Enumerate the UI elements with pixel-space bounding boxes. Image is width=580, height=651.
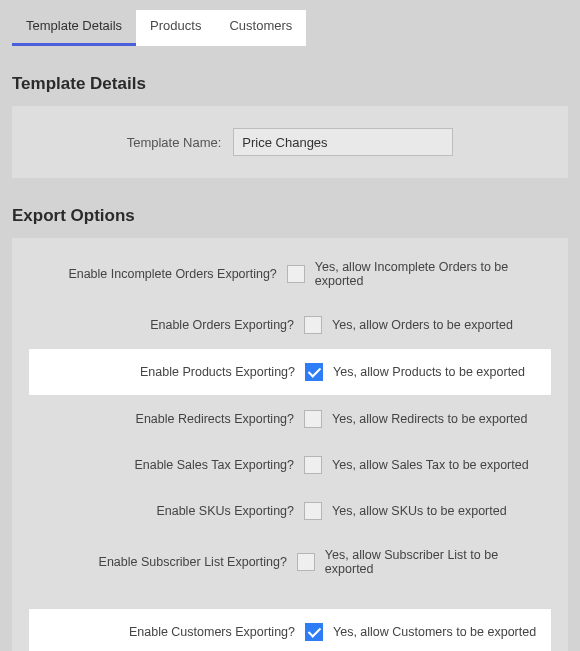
option-customers: Enable Customers Exporting? Yes, allow C… [28, 608, 552, 651]
option-label: Enable Sales Tax Exporting? [36, 458, 294, 472]
template-name-label: Template Name: [127, 135, 222, 150]
checkbox-skus[interactable] [304, 502, 322, 520]
checkbox-sales-tax[interactable] [304, 456, 322, 474]
option-text: Yes, allow Orders to be exported [332, 318, 513, 332]
option-skus: Enable SKUs Exporting? Yes, allow SKUs t… [28, 488, 552, 534]
option-orders: Enable Orders Exporting? Yes, allow Orde… [28, 302, 552, 348]
tab-customers[interactable]: Customers [215, 10, 306, 46]
option-text: Yes, allow Incomplete Orders to be expor… [315, 260, 544, 288]
export-options-panel: Enable Incomplete Orders Exporting? Yes,… [12, 238, 568, 651]
option-incomplete-orders: Enable Incomplete Orders Exporting? Yes,… [28, 246, 552, 302]
option-subscriber-list: Enable Subscriber List Exporting? Yes, a… [28, 534, 552, 590]
option-label: Enable SKUs Exporting? [36, 504, 294, 518]
template-details-heading: Template Details [12, 74, 568, 94]
checkbox-redirects[interactable] [304, 410, 322, 428]
template-name-row: Template Name: [28, 128, 552, 156]
option-label: Enable Redirects Exporting? [36, 412, 294, 426]
template-details-panel: Template Name: [12, 106, 568, 178]
option-text: Yes, allow Redirects to be exported [332, 412, 527, 426]
option-text: Yes, allow Sales Tax to be exported [332, 458, 529, 472]
template-name-input[interactable] [233, 128, 453, 156]
option-label: Enable Subscriber List Exporting? [36, 555, 287, 569]
checkbox-customers[interactable] [305, 623, 323, 641]
option-redirects: Enable Redirects Exporting? Yes, allow R… [28, 396, 552, 442]
option-text: Yes, allow Subscriber List to be exporte… [325, 548, 544, 576]
tabs-bar: Template Details Products Customers [0, 0, 580, 46]
tab-template-details[interactable]: Template Details [12, 10, 136, 46]
row-gap [28, 590, 552, 608]
checkbox-products[interactable] [305, 363, 323, 381]
checkbox-subscriber-list[interactable] [297, 553, 315, 571]
option-text: Yes, allow Customers to be exported [333, 625, 536, 639]
option-sales-tax: Enable Sales Tax Exporting? Yes, allow S… [28, 442, 552, 488]
tab-products[interactable]: Products [136, 10, 215, 46]
option-label: Enable Products Exporting? [37, 365, 295, 379]
checkbox-incomplete-orders[interactable] [287, 265, 305, 283]
export-options-heading: Export Options [12, 206, 568, 226]
option-products: Enable Products Exporting? Yes, allow Pr… [28, 348, 552, 396]
option-text: Yes, allow SKUs to be exported [332, 504, 507, 518]
checkbox-orders[interactable] [304, 316, 322, 334]
option-label: Enable Customers Exporting? [37, 625, 295, 639]
option-text: Yes, allow Products to be exported [333, 365, 525, 379]
option-label: Enable Orders Exporting? [36, 318, 294, 332]
option-label: Enable Incomplete Orders Exporting? [36, 267, 277, 281]
